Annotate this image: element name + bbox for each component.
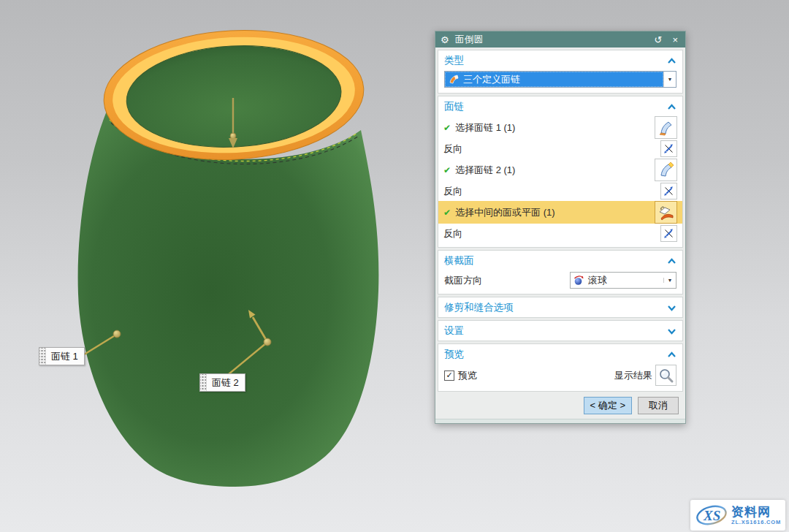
chain2-label-text: 面链 2 bbox=[207, 374, 245, 391]
type-dropdown-value[interactable]: 三个定义面链 bbox=[445, 72, 663, 87]
reverse3-row: 反向 bbox=[443, 225, 677, 242]
chevron-down-icon bbox=[667, 305, 676, 311]
reverse-direction-icon bbox=[663, 228, 674, 239]
preview-checkbox[interactable]: ✓ bbox=[444, 370, 454, 381]
chevron-up-icon bbox=[667, 352, 676, 358]
section-type: 类型 三个定义面链 ▼ bbox=[438, 50, 683, 94]
reverse-direction-icon bbox=[663, 186, 674, 197]
watermark-badge: XS 资料网 ZL.XS1616.COM bbox=[690, 500, 785, 531]
section-settings-header[interactable]: 设置 bbox=[443, 322, 677, 339]
type-value-text: 三个定义面链 bbox=[463, 73, 520, 86]
chevron-down-icon bbox=[667, 328, 676, 335]
face-chain2-button[interactable] bbox=[655, 159, 677, 181]
show-result-label: 显示结果 bbox=[614, 369, 652, 382]
section-preview-title: 预览 bbox=[444, 348, 464, 361]
section-preview-header[interactable]: 预览 bbox=[443, 346, 677, 362]
section-cross-section: 横截面 截面方向 滚球 ▼ bbox=[438, 250, 683, 294]
preview-row: ✓ 预览 显示结果 bbox=[444, 365, 676, 386]
section-type-title: 类型 bbox=[444, 54, 464, 67]
reverse1-row: 反向 bbox=[443, 140, 677, 157]
dialog-titlebar[interactable]: ⚙ 面倒圆 ↺ × bbox=[435, 31, 685, 48]
section-trim: 修剪和缝合选项 bbox=[438, 297, 683, 318]
check-icon: ✔ bbox=[443, 123, 451, 133]
reverse2-button[interactable] bbox=[660, 183, 677, 200]
select-face-chain1-label: 选择面链 1 (1) bbox=[455, 121, 515, 134]
section-direction-row: 截面方向 滚球 ▼ bbox=[444, 272, 676, 289]
section-settings: 设置 bbox=[438, 320, 683, 341]
reverse3-button[interactable] bbox=[660, 225, 677, 242]
preview-checkbox-label: 预览 bbox=[458, 369, 614, 382]
direction-dropdown-caret[interactable]: ▼ bbox=[663, 278, 676, 283]
show-result-button[interactable] bbox=[655, 365, 676, 386]
chevron-up-icon bbox=[667, 104, 676, 110]
reset-icon[interactable]: ↺ bbox=[652, 35, 665, 45]
section-preview: 预览 ✓ 预览 显示结果 bbox=[438, 343, 683, 392]
chain1-label-text: 面链 1 bbox=[46, 348, 84, 365]
section-face-chain: 面链 ✔ 选择面链 1 (1) 反向 bbox=[438, 96, 683, 248]
reverse3-label: 反向 bbox=[443, 227, 660, 240]
section-trim-title: 修剪和缝合选项 bbox=[444, 301, 514, 314]
select-face-chain2-row[interactable]: ✔ 选择面链 2 (1) bbox=[443, 159, 677, 181]
rolling-ball-icon bbox=[573, 275, 584, 286]
face-chain1-icon bbox=[658, 119, 675, 137]
select-face-chain1-row[interactable]: ✔ 选择面链 1 (1) bbox=[443, 116, 677, 139]
direction-label: 截面方向 bbox=[444, 274, 570, 287]
section-settings-title: 设置 bbox=[444, 324, 464, 338]
chain2-label[interactable]: 面链 2 bbox=[199, 373, 245, 392]
vase-body[interactable] bbox=[78, 111, 379, 487]
reverse-direction-icon bbox=[663, 143, 674, 154]
face-chain1-button[interactable] bbox=[655, 116, 677, 139]
watermark-url: ZL.XS1616.COM bbox=[731, 520, 781, 525]
chain1-label[interactable]: 面链 1 bbox=[39, 347, 85, 365]
middle-face-button[interactable] bbox=[655, 201, 677, 224]
check-icon: ✔ bbox=[443, 165, 451, 175]
gear-icon: ⚙ bbox=[441, 35, 449, 45]
select-middle-face-row[interactable]: ✔ 选择中间的面或平面 (1) bbox=[438, 201, 682, 224]
face-blend-dialog: ⚙ 面倒圆 ↺ × 类型 三个定义面链 ▼ 面链 bbox=[435, 31, 686, 424]
section-trim-header[interactable]: 修剪和缝合选项 bbox=[443, 299, 677, 316]
direction-value-text: 滚球 bbox=[588, 274, 607, 287]
label-grip[interactable] bbox=[39, 348, 46, 365]
xs-logo-icon: XS bbox=[695, 503, 728, 528]
direction-dropdown[interactable]: 滚球 ▼ bbox=[570, 272, 676, 289]
type-dropdown-caret[interactable]: ▼ bbox=[663, 72, 676, 87]
section-cross-section-header[interactable]: 横截面 bbox=[443, 252, 677, 269]
ok-button[interactable]: < 确定 > bbox=[584, 397, 632, 414]
middle-face-icon bbox=[658, 204, 675, 221]
magnifier-icon bbox=[658, 368, 674, 384]
cancel-button[interactable]: 取消 bbox=[638, 397, 679, 414]
select-middle-face-label: 选择中间的面或平面 (1) bbox=[455, 206, 555, 219]
type-dropdown[interactable]: 三个定义面链 ▼ bbox=[444, 71, 676, 88]
watermark-name: 资料网 bbox=[731, 506, 781, 518]
label-grip[interactable] bbox=[200, 374, 207, 391]
dialog-footer: < 确定 > 取消 bbox=[435, 392, 685, 419]
section-cross-section-title: 横截面 bbox=[444, 254, 474, 267]
chevron-up-icon bbox=[667, 58, 676, 64]
close-icon[interactable]: × bbox=[670, 35, 680, 45]
check-icon: ✔ bbox=[443, 208, 451, 218]
section-type-header[interactable]: 类型 bbox=[443, 52, 677, 69]
reverse2-label: 反向 bbox=[443, 185, 660, 198]
svg-text:XS: XS bbox=[703, 508, 720, 523]
face-chain2-icon bbox=[658, 162, 675, 179]
reverse1-label: 反向 bbox=[443, 142, 660, 156]
three-face-chain-icon bbox=[449, 74, 460, 85]
dialog-title: 面倒圆 bbox=[455, 34, 647, 46]
section-face-chain-title: 面链 bbox=[444, 100, 464, 113]
chevron-up-icon bbox=[667, 258, 676, 265]
select-face-chain2-label: 选择面链 2 (1) bbox=[455, 164, 515, 177]
reverse1-button[interactable] bbox=[660, 140, 677, 157]
dialog-resize-strip[interactable] bbox=[435, 419, 685, 423]
reverse2-row: 反向 bbox=[443, 183, 677, 200]
section-face-chain-header[interactable]: 面链 bbox=[443, 98, 677, 115]
